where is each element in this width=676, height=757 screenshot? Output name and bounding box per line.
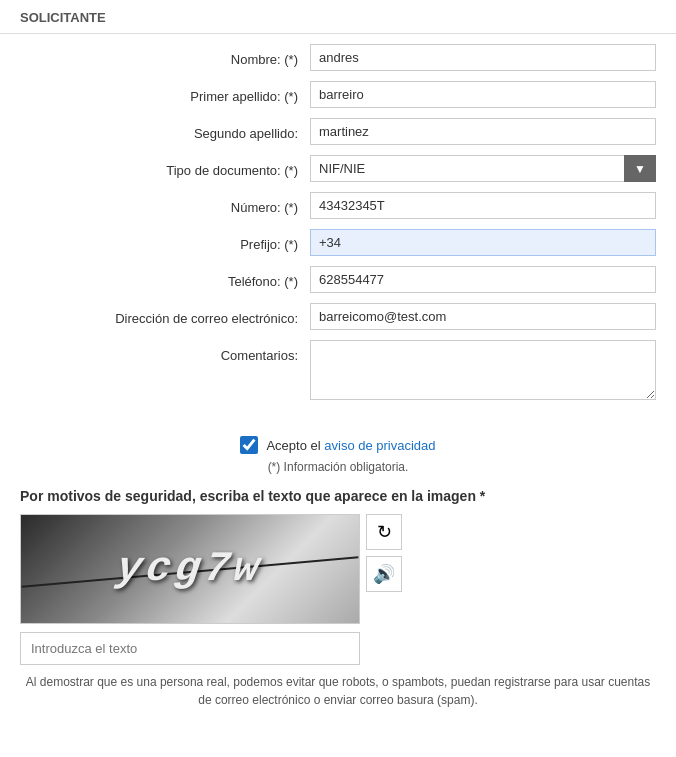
email-label: Dirección de correo electrónico: — [20, 303, 310, 328]
prefijo-input-wrap — [310, 229, 656, 256]
captcha-hint: Al demostrar que es una persona real, po… — [20, 673, 656, 709]
telefono-label: Teléfono: (*) — [20, 266, 310, 291]
primer-apellido-input-wrap — [310, 81, 656, 108]
privacy-text: Acepto el aviso de privacidad — [266, 438, 435, 453]
captcha-icons: ↻ 🔊 — [366, 514, 402, 592]
telefono-input[interactable] — [310, 266, 656, 293]
numero-input-wrap — [310, 192, 656, 219]
captcha-text: ycg7w — [114, 545, 267, 593]
audio-icon: 🔊 — [373, 563, 395, 585]
primer-apellido-input[interactable] — [310, 81, 656, 108]
refresh-icon: ↻ — [377, 521, 392, 543]
segundo-apellido-input-wrap — [310, 118, 656, 145]
captcha-audio-button[interactable]: 🔊 — [366, 556, 402, 592]
privacy-row: Acepto el aviso de privacidad — [0, 436, 676, 454]
primer-apellido-row: Primer apellido: (*) — [20, 81, 656, 108]
telefono-row: Teléfono: (*) — [20, 266, 656, 293]
prefijo-label: Prefijo: (*) — [20, 229, 310, 254]
telefono-input-wrap — [310, 266, 656, 293]
segundo-apellido-input[interactable] — [310, 118, 656, 145]
tipo-documento-row: Tipo de documento: (*) NIF/NIE Pasaporte… — [20, 155, 656, 182]
email-input-wrap — [310, 303, 656, 330]
tipo-documento-label: Tipo de documento: (*) — [20, 155, 310, 180]
privacy-link[interactable]: aviso de privacidad — [324, 438, 435, 453]
numero-row: Número: (*) — [20, 192, 656, 219]
tipo-documento-input-wrap: NIF/NIE Pasaporte NIE Otros — [310, 155, 656, 182]
comentarios-input-wrap — [310, 340, 656, 400]
nombre-row: Nombre: (*) — [20, 44, 656, 71]
privacy-checkbox[interactable] — [240, 436, 258, 454]
comentarios-input[interactable] — [310, 340, 656, 400]
nombre-label: Nombre: (*) — [20, 44, 310, 69]
captcha-section: Por motivos de seguridad, escriba el tex… — [0, 488, 676, 725]
tipo-documento-select-wrap: NIF/NIE Pasaporte NIE Otros — [310, 155, 656, 182]
mandatory-note: (*) Información obligatoria. — [0, 460, 676, 474]
prefijo-input[interactable] — [310, 229, 656, 256]
nombre-input-wrap — [310, 44, 656, 71]
nombre-input[interactable] — [310, 44, 656, 71]
segundo-apellido-label: Segundo apellido: — [20, 118, 310, 143]
numero-label: Número: (*) — [20, 192, 310, 217]
segundo-apellido-row: Segundo apellido: — [20, 118, 656, 145]
email-row: Dirección de correo electrónico: — [20, 303, 656, 330]
form-container: Nombre: (*) Primer apellido: (*) Segundo… — [0, 34, 676, 420]
privacy-section: Acepto el aviso de privacidad (*) Inform… — [0, 436, 676, 474]
email-input[interactable] — [310, 303, 656, 330]
numero-input[interactable] — [310, 192, 656, 219]
captcha-image: ycg7w — [20, 514, 360, 624]
tipo-documento-select[interactable]: NIF/NIE Pasaporte NIE Otros — [310, 155, 656, 182]
captcha-title: Por motivos de seguridad, escriba el tex… — [20, 488, 656, 504]
section-title: SOLICITANTE — [0, 0, 676, 34]
captcha-refresh-button[interactable]: ↻ — [366, 514, 402, 550]
primer-apellido-label: Primer apellido: (*) — [20, 81, 310, 106]
comentarios-row: Comentarios: — [20, 340, 656, 400]
captcha-input[interactable] — [20, 632, 360, 665]
prefijo-row: Prefijo: (*) — [20, 229, 656, 256]
comentarios-label: Comentarios: — [20, 340, 310, 365]
captcha-row: ycg7w ↻ 🔊 — [20, 514, 656, 624]
